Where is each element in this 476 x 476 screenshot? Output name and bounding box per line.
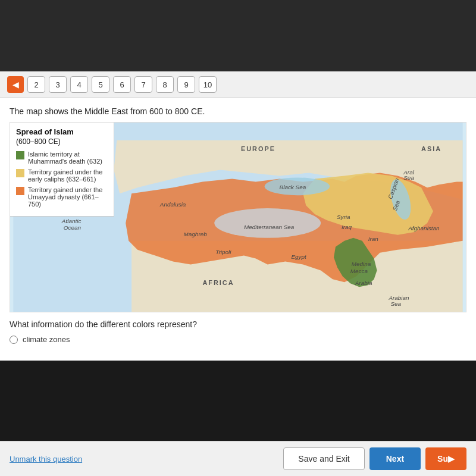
svg-text:Maghreb: Maghreb xyxy=(184,231,208,237)
page-4-button[interactable]: 4 xyxy=(70,76,88,93)
map-title: Spread of Islam xyxy=(16,127,108,136)
svg-text:Ocean: Ocean xyxy=(64,224,82,231)
page-10-button[interactable]: 10 xyxy=(199,76,217,93)
unmark-link[interactable]: Unmark this question xyxy=(10,455,82,464)
svg-text:Iran: Iran xyxy=(368,236,379,242)
answer-question: What information do the different colors… xyxy=(10,320,466,329)
legend-item-2: Territory gained under the early caliphs… xyxy=(16,168,108,183)
svg-text:Sea: Sea xyxy=(390,300,401,307)
option-radio-climate-zones[interactable] xyxy=(10,336,18,344)
svg-text:Afghanistan: Afghanistan xyxy=(408,225,440,231)
screen-chrome xyxy=(0,0,476,71)
nav-bar: ◀ 2 3 4 5 6 7 8 9 10 xyxy=(0,71,476,98)
page-8-button[interactable]: 8 xyxy=(156,76,174,93)
svg-text:ASIA: ASIA xyxy=(421,145,441,152)
legend-color-green xyxy=(16,151,24,159)
question-description: The map shows the Middle East from 600 t… xyxy=(10,107,466,116)
page-7-button[interactable]: 7 xyxy=(134,76,152,93)
bottom-buttons: Save and Exit Next Su▶ xyxy=(283,447,466,470)
back-button[interactable]: ◀ xyxy=(7,76,24,93)
svg-text:Andalusia: Andalusia xyxy=(159,201,186,208)
page-9-button[interactable]: 9 xyxy=(177,76,195,93)
page-6-button[interactable]: 6 xyxy=(113,76,131,93)
page-5-button[interactable]: 5 xyxy=(92,76,109,93)
svg-text:Arabia: Arabia xyxy=(355,280,372,286)
svg-text:Iraq: Iraq xyxy=(342,224,352,230)
svg-text:EUROPE: EUROPE xyxy=(241,145,275,152)
legend-color-orange xyxy=(16,187,24,195)
option-climate-zones[interactable]: climate zones xyxy=(10,335,466,344)
map-container: EUROPE ASIA AFRICA Atlantic Ocean Black … xyxy=(10,122,466,312)
svg-text:Syria: Syria xyxy=(337,214,350,220)
legend-color-yellow xyxy=(16,169,24,177)
legend-item-1: Islamic territory at Muhammad's death (6… xyxy=(16,151,108,165)
map-legend: Spread of Islam (600–800 CE) Islamic ter… xyxy=(10,123,114,217)
svg-text:Atlantic: Atlantic xyxy=(61,218,82,224)
page-3-button[interactable]: 3 xyxy=(49,76,67,93)
svg-text:Tripoli: Tripoli xyxy=(215,249,231,255)
legend-label-2: Territory gained under the early caliphs… xyxy=(28,168,108,183)
svg-text:Medina: Medina xyxy=(352,261,371,267)
answer-section: What information do the different colors… xyxy=(10,312,466,352)
svg-text:Black Sea: Black Sea xyxy=(280,184,306,190)
submit-button[interactable]: Su▶ xyxy=(425,447,466,470)
main-content: The map shows the Middle East from 600 t… xyxy=(0,98,476,361)
option-label-climate-zones: climate zones xyxy=(23,335,70,344)
legend-item-3: Territory gained under the Umayyad dynas… xyxy=(16,186,108,208)
page-2-button[interactable]: 2 xyxy=(27,76,45,93)
map-subtitle: (600–800 CE) xyxy=(16,137,108,146)
svg-text:AFRICA: AFRICA xyxy=(202,279,234,286)
save-exit-button[interactable]: Save and Exit xyxy=(283,447,364,470)
legend-label-3: Territory gained under the Umayyad dynas… xyxy=(28,186,108,208)
next-button[interactable]: Next xyxy=(369,447,421,470)
legend-label-1: Islamic territory at Muhammad's death (6… xyxy=(28,151,108,165)
svg-text:Egypt: Egypt xyxy=(291,253,307,260)
svg-text:Sea: Sea xyxy=(403,174,414,181)
svg-text:Mediterranean Sea: Mediterranean Sea xyxy=(244,224,295,230)
svg-text:Mecca: Mecca xyxy=(350,268,368,274)
bottom-bar: Unmark this question Save and Exit Next … xyxy=(0,441,476,476)
